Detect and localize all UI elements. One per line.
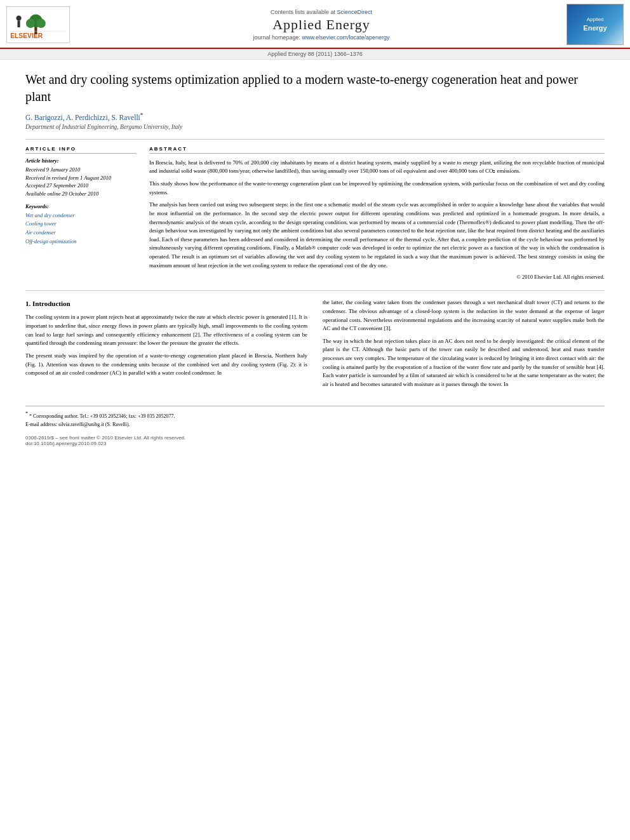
body-right-col: the latter, the cooling water taken from… <box>323 298 605 392</box>
affiliation: Department of Industrial Engineering, Be… <box>25 124 605 130</box>
abstract-label: ABSTRACT <box>149 146 605 154</box>
svg-text:ELSEVIER: ELSEVIER <box>10 32 43 39</box>
body-para-4: The way in which the heat rejection take… <box>323 337 605 389</box>
journal-header-center: Contents lists available at ScienceDirec… <box>76 9 566 41</box>
journal-header: ELSEVIER Contents lists available at Sci… <box>0 0 630 49</box>
keyword-2[interactable]: Cooling tower <box>25 220 137 229</box>
homepage-url[interactable]: www.elsevier.com/locate/apenergy <box>302 34 390 41</box>
author-asterisk: * <box>140 112 144 118</box>
history-label: Article history: <box>25 157 137 164</box>
science-direct-link[interactable]: ScienceDirect <box>337 9 373 15</box>
elsevier-logo-area: ELSEVIER <box>6 6 76 43</box>
elsevier-logo: ELSEVIER <box>6 6 70 43</box>
footnote-corresponding: * * Corresponding author. Tel.: +39 035 … <box>25 410 605 420</box>
body-para-2: The present study was inspired by the op… <box>25 352 307 378</box>
science-direct-line: Contents lists available at ScienceDirec… <box>83 9 560 15</box>
bottom-info: 0306-2619/$ – see front matter © 2010 El… <box>25 435 605 446</box>
abstract-para-2: This study shows how the performance of … <box>149 180 605 197</box>
article-info-abstract-section: ARTICLE INFO Article history: Received 9… <box>25 146 605 281</box>
footnote-area: * * Corresponding author. Tel.: +39 035 … <box>25 406 605 447</box>
citation-bar: Applied Energy 88 (2011) 1366–1376 <box>0 49 630 60</box>
body-section: 1. Introduction The cooling system in a … <box>25 298 605 392</box>
body-divider <box>25 290 605 291</box>
abstract-para-3: The analysis has been carried out using … <box>149 201 605 270</box>
doi-line: doi:10.1016/j.apenergy.2010.09.023 <box>25 441 605 446</box>
keyword-4[interactable]: Off-design optimization <box>25 237 137 246</box>
svg-point-5 <box>36 19 45 28</box>
issn-line: 0306-2619/$ – see front matter © 2010 El… <box>25 435 605 441</box>
author-names: G. Barigozzi, A. Perdichizzi, S. Ravelli <box>25 114 140 121</box>
svg-point-4 <box>26 19 35 28</box>
main-content: Wet and dry cooling systems optimization… <box>0 60 630 458</box>
accepted-date: Accepted 27 September 2010 <box>25 182 137 190</box>
citation-text: Applied Energy 88 (2011) 1366–1376 <box>267 51 363 57</box>
keyword-3[interactable]: Air condenser <box>25 229 137 237</box>
section-1-heading: 1. Introduction <box>25 298 307 309</box>
footnote-email: E-mail address: silvia.ravelli@unibg.it … <box>25 421 605 429</box>
svg-point-6 <box>16 16 21 21</box>
keyword-1[interactable]: Wet and dry condenser <box>25 211 137 220</box>
journal-homepage: journal homepage: www.elsevier.com/locat… <box>83 34 560 41</box>
received-date: Received 9 January 2010 <box>25 166 137 174</box>
body-para-1: The cooling system in a power plant reje… <box>25 313 307 348</box>
article-info-label: ARTICLE INFO <box>25 146 137 154</box>
header-divider <box>25 139 605 140</box>
abstract-para-1: In Brescia, Italy, heat is delivered to … <box>149 159 605 176</box>
article-info-column: ARTICLE INFO Article history: Received 9… <box>25 146 137 281</box>
copyright-line: © 2010 Elsevier Ltd. All rights reserved… <box>149 274 605 280</box>
body-para-3: the latter, the cooling water taken from… <box>323 298 605 333</box>
abstract-column: ABSTRACT In Brescia, Italy, heat is deli… <box>149 146 605 281</box>
received-revised-date: Received in revised form 1 August 2010 <box>25 174 137 182</box>
journal-title: Applied Energy <box>83 17 560 33</box>
abstract-text: In Brescia, Italy, heat is delivered to … <box>149 159 605 270</box>
available-date: Available online 29 October 2010 <box>25 190 137 198</box>
svg-rect-7 <box>18 21 20 27</box>
journal-logo-image: Applied Energy <box>566 4 624 45</box>
authors: G. Barigozzi, A. Perdichizzi, S. Ravelli… <box>25 112 605 121</box>
body-left-col: 1. Introduction The cooling system in a … <box>25 298 307 392</box>
footnote-corresponding-text: * Corresponding author. Tel.: +39 035 20… <box>29 413 175 418</box>
article-title: Wet and dry cooling systems optimization… <box>25 71 605 105</box>
keywords-label: Keywords: <box>25 203 137 210</box>
